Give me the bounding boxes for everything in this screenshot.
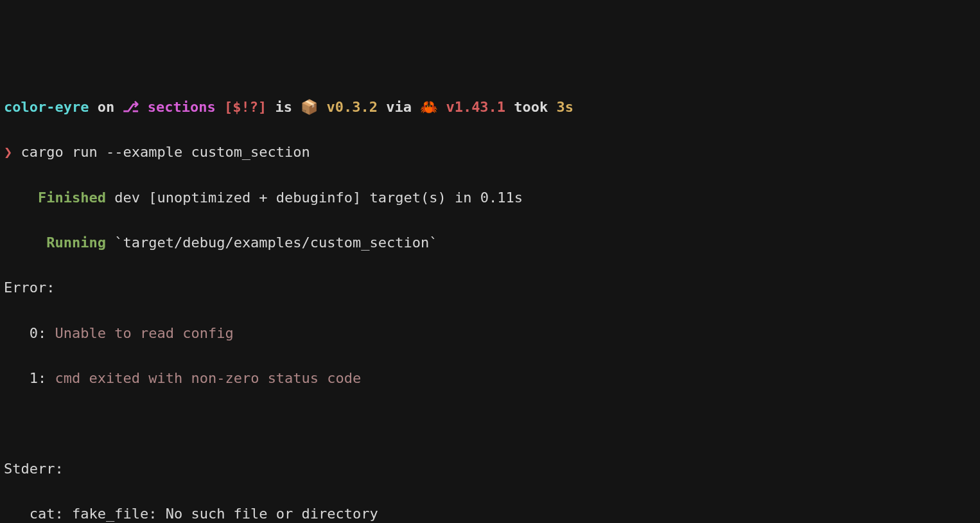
error-item: 0: Unable to read config xyxy=(4,322,976,344)
took-word: took xyxy=(514,99,548,115)
cargo-finished-line: Finished dev [unoptimized + debuginfo] t… xyxy=(4,186,976,209)
stderr-header: Stderr: xyxy=(4,457,976,480)
error-index: 1: xyxy=(30,370,55,386)
finished-label: Finished xyxy=(38,190,106,206)
rust-version: v1.43.1 xyxy=(446,99,505,115)
on-word: on xyxy=(98,99,115,115)
cargo-running-line: Running `target/debug/examples/custom_se… xyxy=(4,231,976,254)
blank-line xyxy=(4,412,976,434)
error-index: 0: xyxy=(30,325,55,341)
command-line[interactable]: ❯ cargo run --example custom_section xyxy=(4,141,976,163)
error-message: cmd exited with non-zero status code xyxy=(55,370,362,386)
via-word: via xyxy=(386,99,412,115)
stderr-content: cat: fake_file: No such file or director… xyxy=(4,502,976,523)
package-version: v0.3.2 xyxy=(326,99,377,115)
is-word: is xyxy=(275,99,292,115)
running-text: `target/debug/examples/custom_section` xyxy=(106,235,438,251)
branch-icon: ⎇ xyxy=(123,99,139,115)
branch-name: sections xyxy=(148,99,216,115)
error-header: Error: xyxy=(4,276,976,299)
finished-text: dev [unoptimized + debuginfo] target(s) … xyxy=(106,190,523,206)
command-text: cargo run --example custom_section xyxy=(21,144,310,160)
duration: 3s xyxy=(557,99,574,115)
on-label xyxy=(89,99,97,115)
prompt-line: color-eyre on ⎇ sections [$!?] is 📦 v0.3… xyxy=(4,96,976,118)
git-status: [$!?] xyxy=(224,99,267,115)
rust-icon: 🦀 xyxy=(420,99,437,115)
error-message: Unable to read config xyxy=(55,325,234,341)
error-item: 1: cmd exited with non-zero status code xyxy=(4,367,976,389)
project-name: color-eyre xyxy=(4,99,89,115)
package-icon: 📦 xyxy=(301,99,318,115)
running-label: Running xyxy=(46,235,106,251)
prompt-chevron: ❯ xyxy=(4,144,12,160)
